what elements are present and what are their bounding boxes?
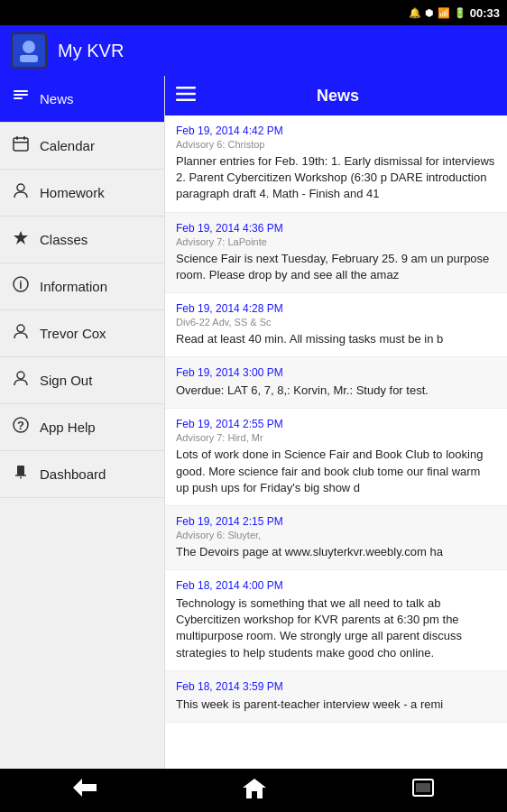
sidebar-item-news[interactable]: News bbox=[0, 76, 164, 123]
svg-rect-8 bbox=[14, 142, 28, 143]
sidebar-item-trevorcox[interactable]: Trevor Cox bbox=[0, 310, 164, 357]
app-logo bbox=[11, 32, 47, 69]
notification-icon: 🔔 bbox=[409, 7, 421, 19]
bluetooth-icon: ⬢ bbox=[425, 7, 434, 19]
svg-rect-1 bbox=[20, 55, 38, 62]
news-item-3[interactable]: Feb 19, 2014 3:00 PM Overdue: LAT 6, 7, … bbox=[165, 357, 507, 409]
sidebar-label-classes: Classes bbox=[40, 232, 88, 247]
sidebar-label-news: News bbox=[40, 91, 74, 106]
news-date-6: Feb 18, 2014 4:00 PM bbox=[176, 579, 496, 592]
svg-point-13 bbox=[17, 325, 24, 332]
news-date-3: Feb 19, 2014 3:00 PM bbox=[176, 366, 496, 379]
news-date-5: Feb 19, 2014 2:15 PM bbox=[176, 515, 496, 528]
news-author-1: Advisory 7: LaPointe bbox=[176, 236, 496, 247]
svg-point-9 bbox=[17, 184, 24, 191]
news-text-5: The Devoirs page at www.sluyterkvr.weebl… bbox=[176, 544, 496, 560]
sidebar-item-homework[interactable]: Homework bbox=[0, 170, 164, 217]
sidebar: News Calendar Homework Classes i Informa… bbox=[0, 76, 165, 769]
signout-icon bbox=[11, 370, 31, 391]
svg-rect-7 bbox=[23, 136, 25, 140]
trevorcox-icon bbox=[11, 323, 31, 344]
svg-rect-3 bbox=[14, 94, 28, 96]
back-button[interactable] bbox=[55, 771, 115, 809]
news-item-0[interactable]: Feb 19, 2014 4:42 PM Advisory 6: Christo… bbox=[165, 115, 507, 213]
svg-rect-4 bbox=[14, 97, 23, 99]
sidebar-item-classes[interactable]: Classes bbox=[0, 217, 164, 263]
svg-marker-23 bbox=[243, 779, 266, 798]
bottom-nav bbox=[0, 769, 507, 812]
content-title: News bbox=[207, 87, 496, 106]
news-date-2: Feb 19, 2014 4:28 PM bbox=[176, 302, 496, 315]
svg-rect-5 bbox=[14, 138, 28, 151]
homework-icon bbox=[11, 182, 31, 203]
calendar-icon bbox=[11, 135, 31, 156]
svg-rect-17 bbox=[17, 466, 24, 475]
news-date-1: Feb 19, 2014 4:36 PM bbox=[176, 222, 496, 235]
news-item-1[interactable]: Feb 19, 2014 4:36 PM Advisory 7: LaPoint… bbox=[165, 213, 507, 293]
battery-icon: 🔋 bbox=[454, 7, 466, 19]
sidebar-item-dashboard[interactable]: Dashboard bbox=[0, 451, 164, 498]
sidebar-label-information: Information bbox=[40, 279, 107, 294]
sidebar-label-apphelp: App Help bbox=[40, 420, 96, 435]
svg-rect-20 bbox=[176, 92, 196, 95]
news-item-5[interactable]: Feb 19, 2014 2:15 PM Advisory 6: Sluyter… bbox=[165, 506, 507, 570]
svg-rect-2 bbox=[14, 90, 28, 92]
news-item-7[interactable]: Feb 18, 2014 3:59 PM This week is parent… bbox=[165, 671, 507, 723]
news-text-3: Overdue: LAT 6, 7, 8,: Korvin, Mr.: Stud… bbox=[176, 383, 496, 399]
sidebar-label-homework: Homework bbox=[40, 185, 105, 200]
svg-text:?: ? bbox=[17, 419, 24, 432]
svg-marker-22 bbox=[73, 779, 97, 797]
sidebar-item-information[interactable]: i Information bbox=[0, 263, 164, 310]
sidebar-label-calendar: Calendar bbox=[40, 138, 95, 153]
news-date-7: Feb 18, 2014 3:59 PM bbox=[176, 680, 496, 693]
news-item-2[interactable]: Feb 19, 2014 4:28 PM Div6-22 Adv, SS & S… bbox=[165, 293, 507, 357]
sidebar-item-calendar[interactable]: Calendar bbox=[0, 123, 164, 170]
status-bar: 🔔 ⬢ 📶 🔋 00:33 bbox=[0, 0, 507, 25]
sidebar-label-trevorcox: Trevor Cox bbox=[40, 326, 106, 341]
svg-rect-19 bbox=[176, 87, 196, 89]
svg-rect-6 bbox=[16, 136, 18, 140]
recent-button[interactable] bbox=[394, 771, 452, 809]
classes-icon bbox=[11, 229, 31, 250]
svg-rect-25 bbox=[416, 783, 430, 792]
news-text-1: Science Fair is next Tuesday, February 2… bbox=[176, 251, 496, 283]
apphelp-icon: ? bbox=[11, 417, 31, 438]
news-author-2: Div6-22 Adv, SS & Sc bbox=[176, 317, 496, 328]
news-item-6[interactable]: Feb 18, 2014 4:00 PM Technology is somet… bbox=[165, 570, 507, 671]
app-header: My KVR bbox=[0, 25, 507, 76]
news-text-6: Technology is something that we all need… bbox=[176, 595, 496, 661]
svg-rect-21 bbox=[176, 98, 196, 101]
sidebar-item-apphelp[interactable]: ? App Help bbox=[0, 404, 164, 451]
status-icons: 🔔 ⬢ 📶 🔋 00:33 bbox=[409, 6, 500, 20]
menu-icon[interactable] bbox=[176, 84, 196, 108]
news-date-0: Feb 19, 2014 4:42 PM bbox=[176, 125, 496, 137]
svg-point-0 bbox=[23, 41, 35, 53]
dashboard-icon bbox=[11, 464, 31, 484]
svg-point-14 bbox=[17, 372, 24, 379]
news-author-0: Advisory 6: Christop bbox=[176, 139, 496, 150]
sidebar-label-dashboard: Dashboard bbox=[40, 466, 106, 482]
status-time: 00:33 bbox=[470, 6, 500, 20]
svg-marker-10 bbox=[14, 231, 28, 245]
main-layout: News Calendar Homework Classes i Informa… bbox=[0, 76, 507, 769]
news-date-4: Feb 19, 2014 2:55 PM bbox=[176, 418, 496, 430]
sidebar-item-signout[interactable]: Sign Out bbox=[0, 357, 164, 404]
news-text-0: Planner entries for Feb. 19th: 1. Early … bbox=[176, 153, 496, 203]
home-button[interactable] bbox=[225, 770, 284, 811]
news-icon bbox=[11, 88, 31, 109]
logo-icon bbox=[16, 38, 41, 63]
news-item-4[interactable]: Feb 19, 2014 2:55 PM Advisory 7: Hird, M… bbox=[165, 409, 507, 506]
app-title: My KVR bbox=[58, 41, 124, 61]
content-header: News bbox=[165, 76, 507, 115]
svg-text:i: i bbox=[19, 279, 22, 291]
news-author-4: Advisory 7: Hird, Mr bbox=[176, 432, 496, 443]
content-area: News Feb 19, 2014 4:42 PM Advisory 6: Ch… bbox=[165, 76, 507, 769]
svg-point-18 bbox=[20, 477, 22, 479]
news-text-2: Read at least 40 min. All missing tasks … bbox=[176, 331, 496, 347]
news-author-5: Advisory 6: Sluyter, bbox=[176, 530, 496, 540]
app-logo-inner bbox=[13, 34, 45, 67]
news-text-4: Lots of work done in Science Fair and Bo… bbox=[176, 447, 496, 496]
news-text-7: This week is parent-teacher interview we… bbox=[176, 697, 496, 713]
news-list[interactable]: Feb 19, 2014 4:42 PM Advisory 6: Christo… bbox=[165, 115, 507, 769]
wifi-icon: 📶 bbox=[438, 7, 450, 19]
